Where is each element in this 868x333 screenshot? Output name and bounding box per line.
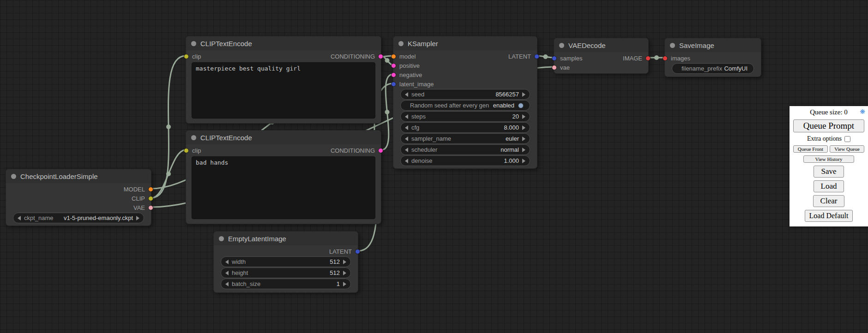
increment-arrow-icon[interactable]: [522, 114, 525, 119]
slot-label: MODEL: [124, 186, 145, 193]
toggle-dot[interactable]: [518, 103, 524, 108]
slot-dot-conditioning[interactable]: [391, 63, 396, 68]
widget-filename-prefix[interactable]: filename_prefix ComfyUI: [672, 63, 754, 74]
collapse-dot-icon[interactable]: [219, 236, 224, 241]
widget-sampler-name[interactable]: sampler_name euler: [400, 133, 530, 144]
decrement-arrow-icon[interactable]: [225, 271, 229, 275]
decrement-arrow-icon[interactable]: [405, 137, 408, 141]
widget-value: 20: [512, 113, 519, 120]
collapse-dot-icon[interactable]: [670, 43, 675, 48]
settings-gear-icon[interactable]: ❋: [860, 107, 865, 116]
slot-dot-latent[interactable]: [534, 54, 539, 59]
output-slot-latent[interactable]: LATENT: [329, 248, 353, 255]
collapse-dot-icon[interactable]: [191, 41, 196, 46]
prompt-textarea[interactable]: bad hands: [192, 156, 375, 219]
collapse-dot-icon[interactable]: [11, 174, 16, 179]
collapse-dot-icon[interactable]: [559, 43, 564, 48]
input-slot-vae[interactable]: vae: [559, 64, 570, 71]
decrement-arrow-icon[interactable]: [225, 260, 229, 264]
output-slot-latent[interactable]: LATENT: [508, 53, 532, 60]
widget-denoise[interactable]: denoise 1.000: [400, 155, 530, 166]
extra-options-row: Extra options: [807, 135, 850, 143]
node-checkpoint-loader-simple[interactable]: CheckpointLoaderSimple MODEL CLIP VAE: [6, 169, 151, 226]
slot-label: clip: [192, 147, 201, 154]
slot-dot-latent[interactable]: [355, 249, 360, 254]
widget-height[interactable]: height 512: [221, 268, 351, 278]
decrement-arrow-icon[interactable]: [225, 282, 229, 286]
input-slot-positive[interactable]: positive: [398, 62, 420, 69]
increment-arrow-icon[interactable]: [522, 125, 525, 130]
input-slot-model[interactable]: model: [398, 53, 416, 60]
widget-batch-size[interactable]: batch_size 1: [221, 279, 351, 289]
decrement-arrow-icon[interactable]: [405, 125, 408, 130]
input-slot-latent-image[interactable]: latent_image: [398, 81, 434, 88]
widget-steps[interactable]: steps 20: [400, 111, 530, 122]
increment-arrow-icon[interactable]: [522, 92, 525, 97]
collapse-dot-icon[interactable]: [398, 41, 404, 46]
save-button[interactable]: Save: [814, 166, 844, 178]
widget-label: width: [232, 258, 246, 265]
output-slot-image[interactable]: IMAGE: [623, 55, 644, 62]
clear-button[interactable]: Clear: [813, 195, 845, 207]
widget-cfg[interactable]: cfg 8.000: [400, 122, 530, 133]
widget-width[interactable]: width 512: [221, 256, 351, 267]
slot-dot-image[interactable]: [663, 56, 668, 61]
load-default-button[interactable]: Load Default: [805, 210, 853, 222]
node-clip-text-encode-positive[interactable]: CLIPTextEncode clip CONDITIONING masterp…: [186, 36, 381, 124]
slot-dot-conditioning[interactable]: [378, 54, 383, 59]
slot-dot-clip[interactable]: [184, 54, 189, 59]
increment-arrow-icon[interactable]: [522, 148, 525, 152]
slot-dot-model[interactable]: [391, 54, 396, 59]
queue-prompt-button[interactable]: Queue Prompt: [793, 119, 864, 132]
increment-arrow-icon[interactable]: [343, 260, 346, 264]
slot-dot-latent[interactable]: [552, 56, 557, 61]
node-ksampler[interactable]: KSampler model LATENT positive: [393, 36, 537, 169]
slot-dot-clip[interactable]: [184, 148, 189, 153]
input-slot-negative[interactable]: negative: [398, 71, 422, 78]
decrement-arrow-icon[interactable]: [405, 92, 408, 97]
increment-arrow-icon[interactable]: [136, 216, 139, 220]
view-history-button[interactable]: View History: [803, 155, 855, 163]
input-slot-samples[interactable]: samples: [559, 55, 582, 62]
slot-dot-conditioning[interactable]: [391, 72, 396, 77]
output-slot-conditioning[interactable]: CONDITIONING: [331, 147, 376, 154]
slot-dot-vae[interactable]: [148, 205, 153, 210]
output-slot-vae[interactable]: VAE: [133, 204, 146, 211]
node-save-image[interactable]: SaveImage images filename_prefix ComfyUI: [664, 38, 761, 77]
collapse-dot-icon[interactable]: [191, 135, 196, 140]
slot-dot-latent[interactable]: [391, 82, 396, 87]
decrement-arrow-icon[interactable]: [405, 159, 408, 163]
widget-ckpt-name[interactable]: ckpt_name v1-5-pruned-emaonly.ckpt: [13, 213, 144, 223]
view-queue-button[interactable]: View Queue: [830, 145, 864, 153]
node-vae-decode[interactable]: VAEDecode samples IMAGE vae: [554, 38, 649, 74]
slot-dot-conditioning[interactable]: [378, 148, 383, 153]
increment-arrow-icon[interactable]: [522, 159, 525, 163]
slot-dot-vae[interactable]: [552, 65, 557, 70]
load-button[interactable]: Load: [814, 180, 844, 192]
prompt-textarea[interactable]: masterpiece best quality girl: [192, 62, 375, 119]
node-title-bar: SaveImage: [665, 38, 761, 52]
input-slot-clip[interactable]: clip: [191, 147, 201, 154]
increment-arrow-icon[interactable]: [343, 282, 346, 286]
decrement-arrow-icon[interactable]: [405, 148, 408, 152]
node-graph-canvas[interactable]: CheckpointLoaderSimple MODEL CLIP VAE: [0, 0, 868, 333]
increment-arrow-icon[interactable]: [343, 271, 346, 275]
decrement-arrow-icon[interactable]: [18, 216, 21, 220]
decrement-arrow-icon[interactable]: [405, 114, 408, 119]
widget-seed[interactable]: seed 8566257: [400, 89, 530, 100]
slot-dot-model[interactable]: [148, 187, 153, 192]
input-slot-images[interactable]: images: [669, 55, 690, 62]
slot-dot-clip[interactable]: [148, 196, 153, 201]
widget-random-seed-toggle[interactable]: Random seed after every gen enabled: [400, 100, 530, 111]
queue-front-button[interactable]: Queue Front: [793, 145, 828, 153]
extra-options-checkbox[interactable]: [844, 136, 850, 142]
slot-dot-image[interactable]: [645, 56, 651, 61]
widget-scheduler[interactable]: scheduler normal: [400, 144, 530, 155]
input-slot-clip[interactable]: clip: [191, 53, 201, 60]
output-slot-clip[interactable]: CLIP: [132, 195, 146, 202]
output-slot-model[interactable]: MODEL: [124, 186, 146, 193]
increment-arrow-icon[interactable]: [522, 137, 525, 141]
node-clip-text-encode-negative[interactable]: CLIPTextEncode clip CONDITIONING bad han…: [186, 130, 381, 224]
node-empty-latent-image[interactable]: EmptyLatentImage LATENT width 512 height…: [213, 231, 358, 293]
output-slot-conditioning[interactable]: CONDITIONING: [331, 53, 376, 60]
